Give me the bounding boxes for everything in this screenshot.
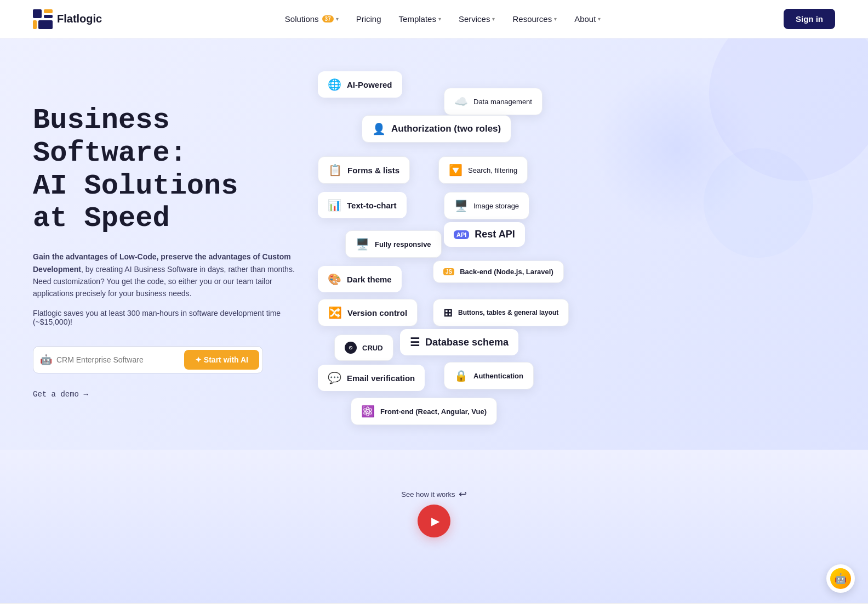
card-fully-responsive: 🖥️ Fully responsive (345, 230, 442, 258)
nav-services[interactable]: Services ▾ (459, 14, 495, 24)
svg-rect-1 (44, 9, 53, 13)
api-icon: API (454, 230, 469, 239)
hero-description: Gain the advantages of Low-Code, preserv… (33, 251, 296, 300)
card-rest-api: API Rest API (444, 222, 525, 247)
arrow-icon: ↩ (459, 488, 467, 500)
hero-section: Business Software: AI Solutions at Speed… (0, 38, 868, 450)
nav-templates[interactable]: Templates ▾ (399, 14, 441, 24)
hero-input[interactable] (56, 355, 184, 364)
ai-icon: 🌐 (328, 78, 341, 91)
version-icon: 🔀 (328, 306, 342, 319)
card-backend: JS Back-end (Node.js, Laravel) (433, 260, 564, 283)
card-frontend: ⚛️ Front-end (React, Angular, Vue) (351, 398, 497, 425)
frontend-icon: ⚛️ (361, 405, 375, 418)
start-with-ai-button[interactable]: ✦ Start with AI (184, 350, 259, 370)
forms-icon: 📋 (328, 163, 342, 177)
hero-title: Business Software: AI Solutions at Speed (33, 104, 296, 235)
see-how-label: See how it works ↩ (401, 488, 466, 500)
card-search: 🔽 Search, filtering (438, 156, 528, 184)
card-email-verification: 💬 Email verification (318, 365, 425, 391)
auth-icon: 👤 (372, 122, 386, 135)
navbar: Flatlogic Solutions 37 ▾ Pricing Templat… (0, 0, 868, 38)
svg-rect-4 (38, 20, 53, 29)
nav-solutions[interactable]: Solutions 37 ▾ (285, 14, 339, 24)
play-button[interactable]: ▶ (418, 505, 450, 537)
image-icon: 🖥️ (454, 199, 468, 212)
solutions-badge: 37 (322, 15, 334, 22)
backend-icon: JS (443, 268, 454, 275)
nav-resources[interactable]: Resources ▾ (512, 14, 557, 24)
card-data-management: ☁️ Data management (444, 88, 542, 115)
hero-input-row: 🤖 ✦ Start with AI (33, 346, 263, 373)
templates-chevron: ▾ (438, 16, 441, 22)
svg-rect-2 (44, 15, 53, 18)
card-image-storage: 🖥️ Image storage (444, 192, 529, 219)
search-icon: 🔽 (449, 163, 462, 177)
logo-text: Flatlogic (57, 13, 102, 25)
logo[interactable]: Flatlogic (33, 9, 102, 29)
solutions-chevron: ▾ (336, 16, 339, 22)
card-authorization: 👤 Authorization (two roles) (362, 115, 511, 143)
layout-icon: ⊞ (443, 306, 453, 319)
card-authentication: 🔒 Authentication (444, 362, 534, 389)
card-crud: ⊙ CRUD (334, 335, 393, 361)
card-buttons-tables: ⊞ Buttons, tables & general layout (433, 299, 569, 326)
card-version-control: 🔀 Version control (318, 299, 418, 326)
chat-icon: 🤖 (830, 568, 851, 589)
reviews-section: REVIEWED ON Clutch ★★★★★ 10 REVIEWS ★★★★… (0, 603, 868, 606)
email-icon: 💬 (328, 371, 341, 384)
card-ai-powered: 🌐 AI-Powered (318, 71, 402, 98)
card-forms-lists: 📋 Forms & lists (318, 156, 410, 184)
nav-pricing[interactable]: Pricing (356, 14, 381, 24)
hero-savings: Flatlogic saves you at least 300 man-hou… (33, 309, 296, 326)
hero-content: Business Software: AI Solutions at Speed… (33, 71, 296, 399)
card-text-to-chart: 📊 Text-to-chart (318, 192, 407, 218)
svg-rect-0 (33, 9, 42, 18)
dark-icon: 🎨 (328, 273, 341, 286)
lock-icon: 🔒 (454, 369, 468, 382)
nav-about[interactable]: About ▾ (574, 14, 601, 24)
get-demo-link[interactable]: Get a demo → (33, 390, 88, 399)
sign-in-button[interactable]: Sign in (784, 9, 835, 29)
chat-widget[interactable]: 🤖 (826, 564, 855, 593)
resources-chevron: ▾ (554, 16, 557, 22)
play-icon: ▶ (431, 514, 439, 528)
svg-rect-3 (33, 20, 37, 29)
input-robot-icon: 🤖 (40, 354, 52, 366)
about-chevron: ▾ (598, 16, 601, 22)
chart-icon: 📊 (328, 199, 341, 212)
video-section: See how it works ↩ ▶ (0, 450, 868, 603)
responsive-icon: 🖥️ (356, 237, 369, 251)
data-icon: ☁️ (454, 95, 468, 108)
nav-links: Solutions 37 ▾ Pricing Templates ▾ Servi… (285, 14, 601, 24)
crud-icon: ⊙ (345, 342, 357, 354)
db-icon: ☰ (410, 336, 420, 349)
services-chevron: ▾ (492, 16, 495, 22)
card-dark-theme: 🎨 Dark theme (318, 266, 402, 292)
feature-cards-area: 🌐 AI-Powered ☁️ Data management 👤 Author… (318, 71, 835, 389)
card-database-schema: ☰ Database schema (400, 329, 518, 355)
